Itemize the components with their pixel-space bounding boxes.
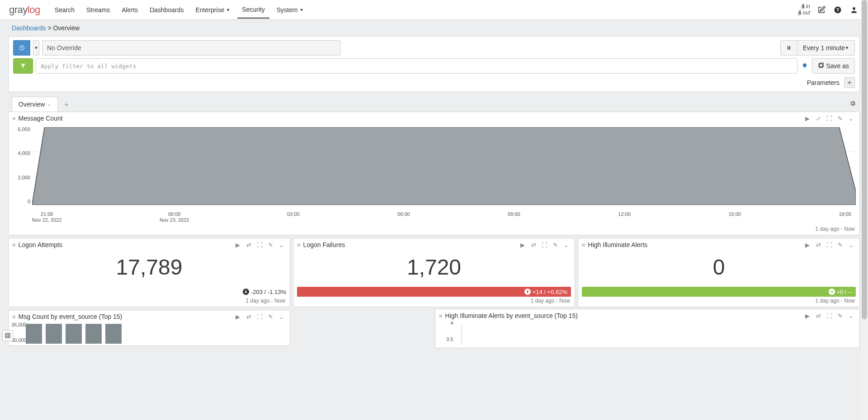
help-icon[interactable]: ?: [833, 5, 843, 15]
play-icon[interactable]: ▶: [803, 242, 811, 248]
bar: [26, 324, 42, 344]
querybar-row3: Parameters ＋: [13, 77, 855, 88]
widget-title: Logon Failures: [303, 241, 516, 248]
metric-value: 17,789: [9, 249, 290, 287]
scrollbar-thumb[interactable]: [862, 0, 867, 319]
play-icon[interactable]: ▶: [803, 115, 811, 122]
widget-footer: 1 day ago - Now: [578, 297, 859, 307]
play-icon[interactable]: ▶: [234, 242, 242, 248]
breadcrumb: Dashboards > Overview: [12, 24, 860, 32]
time-range-dropdown[interactable]: ▼: [33, 40, 39, 56]
nav-alerts[interactable]: Alerts: [117, 1, 142, 19]
chevron-down-icon[interactable]: ⌄: [277, 242, 285, 248]
svg-rect-12: [5, 333, 10, 338]
fullscreen-icon[interactable]: ⛶: [825, 242, 833, 248]
fullscreen-icon[interactable]: ⛶: [255, 313, 264, 320]
edit-icon[interactable]: ✎: [836, 242, 844, 248]
nav-enterprise[interactable]: Enterprise ▼: [191, 1, 235, 19]
crumb-dashboards[interactable]: Dashboards: [12, 24, 46, 32]
message-count-chart[interactable]: 6,000 4,000 2,000 0: [12, 125, 856, 210]
bar: [85, 324, 102, 344]
grid-toggle-icon[interactable]: [2, 330, 13, 341]
fullscreen-icon[interactable]: ⛶: [825, 313, 833, 319]
widget-footer: 1 day ago - Now: [9, 297, 290, 307]
focus-icon[interactable]: ⤢: [814, 115, 822, 122]
widget-title: Message Count: [19, 115, 801, 122]
chevron-down-icon[interactable]: ⌄: [847, 242, 855, 248]
edit-icon[interactable]: ✎: [266, 313, 274, 320]
trend-indicator: +0 / --: [582, 287, 856, 297]
time-override-label[interactable]: No Override: [42, 40, 340, 56]
widget-message-count: ≡ Message Count ▶ ⤢ ⛶ ✎ ⌄ 6,000 4,000 2,…: [8, 112, 860, 235]
svg-point-2: [853, 7, 855, 10]
line-chart[interactable]: [439, 322, 856, 345]
trend-indicator: -203 / -1.13%: [9, 287, 290, 297]
logo-text-1: gray: [9, 4, 28, 15]
widget-footer: 1 day ago - Now: [9, 225, 859, 235]
nav-streams[interactable]: Streams: [82, 1, 114, 19]
fullscreen-icon[interactable]: ⛶: [255, 242, 264, 248]
play-icon[interactable]: ▶: [234, 313, 242, 320]
time-range-button[interactable]: [13, 40, 30, 56]
querybar-row1: ▼ No Override Every 1 minute ▼: [13, 40, 855, 56]
scrollbar[interactable]: [861, 0, 868, 348]
swap-icon[interactable]: ⇄: [529, 242, 538, 248]
pause-button[interactable]: [780, 40, 797, 56]
nav-search[interactable]: Search: [50, 1, 79, 19]
refresh-interval-dropdown[interactable]: Every 1 minute ▼: [797, 40, 855, 56]
caret-down-icon: ▼: [845, 46, 849, 50]
swap-icon[interactable]: ⇄: [814, 313, 822, 319]
chevron-down-icon[interactable]: ⌄: [277, 313, 285, 320]
widget-title: Logon Attempts: [19, 241, 231, 248]
nav-dashboards[interactable]: Dashboards: [145, 1, 189, 19]
dashboard-settings-icon[interactable]: [849, 100, 856, 108]
bar: [66, 324, 82, 344]
widget-title: Msg Count by event_source (Top 15): [19, 313, 231, 320]
save-as-button[interactable]: Save as: [812, 58, 855, 74]
user-icon[interactable]: [849, 5, 859, 15]
arrow-up-icon: [524, 289, 531, 295]
grip-icon[interactable]: ≡: [12, 313, 16, 320]
widget-alerts-by-source: ≡ High Illuminate Alerts by event_source…: [435, 309, 860, 348]
run-filter-button[interactable]: [13, 58, 33, 74]
trend-indicator: +14 / +0.82%: [297, 287, 571, 297]
edit-icon[interactable]: ✎: [836, 115, 844, 122]
add-tab-button[interactable]: ＋: [62, 99, 71, 110]
nav-security[interactable]: Security: [237, 1, 269, 19]
play-icon[interactable]: ▶: [519, 242, 527, 248]
grip-icon[interactable]: ≡: [439, 313, 443, 319]
topnav-left: graylog Search Streams Alerts Dashboards…: [9, 1, 308, 19]
swap-icon[interactable]: ⇄: [245, 313, 253, 320]
swap-icon[interactable]: ⇄: [245, 242, 253, 248]
widget-title: High Illuminate Alerts by event_source (…: [445, 312, 801, 319]
edit-icon[interactable]: ✎: [551, 242, 559, 248]
page: Dashboards > Overview ▼ No Override Ever…: [0, 20, 868, 348]
throughput-indicator[interactable]: 4 in 4 out: [798, 4, 810, 15]
filter-input[interactable]: [36, 58, 797, 74]
edit-icon[interactable]: ✎: [266, 242, 274, 248]
chevron-down-icon[interactable]: ⌄: [847, 115, 855, 122]
grip-icon[interactable]: ≡: [297, 242, 301, 248]
grip-icon[interactable]: ≡: [12, 115, 16, 122]
chevron-down-icon: ⌄: [47, 102, 51, 107]
refresh-controls: Every 1 minute ▼: [780, 40, 855, 56]
fullscreen-icon[interactable]: ⛶: [540, 242, 548, 248]
swap-icon[interactable]: ⇄: [814, 242, 822, 248]
grip-icon[interactable]: ≡: [582, 242, 585, 248]
tab-overview[interactable]: Overview ⌄: [12, 97, 58, 112]
crumb-current: Overview: [53, 24, 79, 32]
chevron-down-icon[interactable]: ⌄: [562, 242, 570, 248]
fullscreen-icon[interactable]: ⛶: [825, 115, 833, 122]
play-icon[interactable]: ▶: [803, 313, 811, 319]
grip-icon[interactable]: ≡: [12, 242, 16, 248]
nav-system[interactable]: System ▼: [272, 1, 308, 19]
caret-down-icon: ▼: [226, 8, 230, 12]
widget-body: 35,000 30,000: [9, 321, 290, 345]
lightbulb-icon[interactable]: [800, 58, 809, 74]
bar-chart[interactable]: [12, 323, 286, 344]
chevron-down-icon[interactable]: ⌄: [847, 313, 855, 319]
add-parameter-button[interactable]: ＋: [844, 77, 855, 88]
edit-icon[interactable]: ✎: [836, 313, 844, 319]
logo[interactable]: graylog: [9, 4, 40, 16]
scratchpad-icon[interactable]: [816, 5, 826, 15]
